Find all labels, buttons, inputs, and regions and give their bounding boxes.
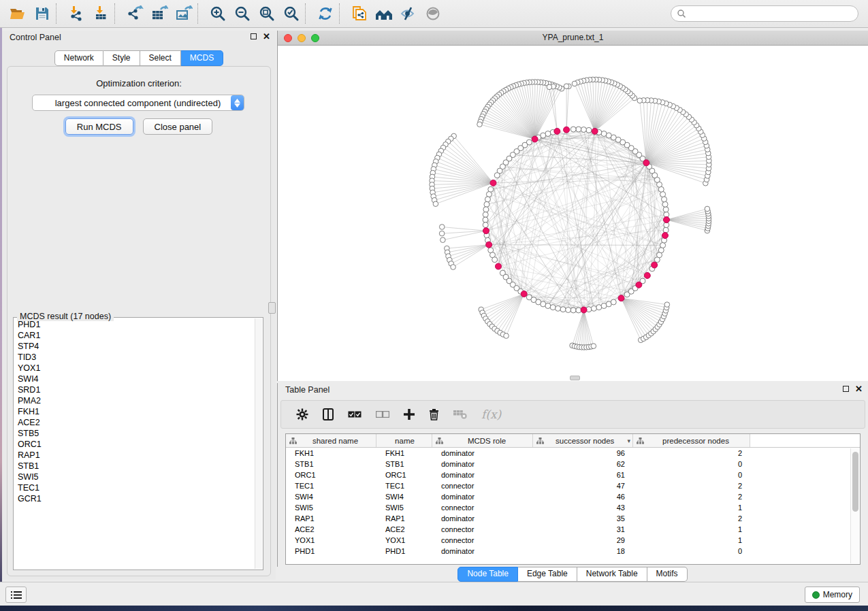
tab-network[interactable]: Network	[54, 50, 103, 66]
search-input[interactable]	[686, 7, 858, 20]
window-maximize-icon[interactable]	[311, 34, 319, 42]
table-row[interactable]: TEC1TEC1connector472	[286, 480, 860, 491]
zoom-selected-icon[interactable]	[279, 2, 304, 25]
network-window: YPA_prune.txt_1	[277, 31, 868, 381]
window-minimize-icon[interactable]	[298, 34, 306, 42]
criterion-select[interactable]: largest connected component (undirected)	[32, 95, 244, 111]
table-row[interactable]: SWI5SWI5connector431	[286, 502, 860, 513]
table-row[interactable]: ORC1ORC1dominator610	[286, 469, 860, 480]
table-scrollbar[interactable]	[850, 448, 859, 563]
mcds-result-item[interactable]: CAR1	[14, 330, 254, 341]
tab-style[interactable]: Style	[103, 50, 140, 66]
window-close-icon[interactable]	[284, 34, 292, 42]
mcds-tab-content: Optimization criterion: largest connecte…	[7, 66, 271, 576]
show-hidden-icon[interactable]	[421, 2, 445, 25]
mcds-result-item[interactable]: STP4	[14, 341, 254, 352]
toolbar-separator	[305, 3, 310, 24]
save-session-icon[interactable]	[30, 2, 54, 25]
mcds-result-item[interactable]: STB1	[14, 461, 254, 472]
close-panel-icon[interactable]: ✕	[263, 33, 270, 39]
panel-splitter-grip[interactable]	[268, 302, 276, 314]
task-history-button[interactable]	[5, 587, 27, 603]
memory-status-icon	[812, 591, 820, 599]
search-box[interactable]	[671, 5, 858, 22]
import-network-icon[interactable]	[64, 2, 89, 25]
table-row[interactable]: YOX1YOX1connector291	[286, 535, 860, 546]
column-header-predecessor-nodes[interactable]: predecessor nodes	[633, 434, 750, 447]
tree-icon	[436, 437, 443, 444]
table-tab-motifs[interactable]: Motifs	[647, 567, 688, 582]
table-row[interactable]: RAP1RAP1dominator352	[286, 513, 860, 524]
delete-table-icon[interactable]	[453, 410, 467, 419]
mcds-result-item[interactable]: ORC1	[14, 439, 254, 450]
hide-selected-icon[interactable]	[396, 2, 421, 25]
show-column-panel-icon[interactable]	[323, 408, 334, 420]
table-settings-gear-icon[interactable]	[296, 408, 308, 420]
delete-column-trash-icon[interactable]	[429, 408, 439, 420]
mcds-result-item[interactable]: YOX1	[14, 363, 254, 374]
first-neighbors-icon[interactable]	[372, 2, 396, 25]
table-row[interactable]: PHD1PHD1dominator180	[286, 546, 860, 557]
apply-layout-icon[interactable]	[313, 2, 338, 25]
mcds-result-item[interactable]: PMA2	[14, 395, 254, 406]
mcds-result-item[interactable]: RAP1	[14, 450, 254, 461]
float-panel-icon[interactable]	[251, 33, 257, 39]
mcds-result-item[interactable]: STB5	[14, 428, 254, 439]
search-icon	[677, 9, 686, 18]
mcds-list-scrollbar[interactable]	[255, 318, 262, 569]
function-builder-icon[interactable]: f(x)	[481, 408, 501, 421]
mcds-result-item[interactable]: SRD1	[14, 384, 254, 395]
network-canvas[interactable]	[278, 46, 868, 381]
import-table-icon[interactable]	[89, 2, 113, 25]
table-row[interactable]: FKH1FKH1dominator962	[286, 448, 860, 459]
column-header-name[interactable]: name	[376, 434, 432, 447]
mcds-result-item[interactable]: TEC1	[14, 482, 254, 493]
mcds-result-item[interactable]: TID3	[14, 352, 254, 363]
mcds-result-item[interactable]: PHD1	[14, 319, 254, 330]
status-bar: Memory	[0, 582, 868, 606]
tab-select[interactable]: Select	[140, 50, 181, 66]
column-header-MCDS-role[interactable]: MCDS role	[432, 434, 533, 447]
export-image-icon[interactable]	[172, 2, 196, 25]
run-mcds-button[interactable]: Run MCDS	[65, 118, 133, 135]
canvas-splitter-grip[interactable]	[570, 376, 580, 380]
table-tab-network-table[interactable]: Network Table	[577, 567, 647, 582]
network-graph[interactable]	[278, 46, 867, 380]
column-header-successor-nodes[interactable]: successor nodes▾	[533, 434, 633, 447]
control-panel-title: Control Panel	[10, 33, 61, 42]
table-row[interactable]: STB1STB1dominator620	[286, 459, 860, 469]
export-network-icon[interactable]	[123, 2, 147, 25]
zoom-in-icon[interactable]	[206, 2, 230, 25]
mcds-result-item[interactable]: SWI5	[14, 472, 254, 482]
node-table[interactable]: shared namenameMCDS rolesuccessor nodes▾…	[285, 433, 861, 565]
control-panel: Control Panel ✕ NetworkStyleSelectMCDS O…	[2, 31, 276, 580]
table-tab-node-table[interactable]: Node Table	[457, 567, 518, 582]
zoom-out-icon[interactable]	[230, 2, 255, 25]
mcds-result-item[interactable]: GCR1	[14, 493, 254, 504]
deselect-all-columns-icon[interactable]	[376, 411, 389, 418]
mcds-result-groupbox: MCDS result (17 nodes) PHD1CAR1STP4TID3Y…	[13, 317, 263, 570]
open-session-icon[interactable]	[5, 2, 30, 25]
float-table-panel-icon[interactable]	[843, 386, 849, 392]
table-row[interactable]: SWI4SWI4dominator462	[286, 491, 860, 502]
mcds-result-list[interactable]: PHD1CAR1STP4TID3YOX1SWI4SRD1PMA2FKH1ACE2…	[14, 319, 254, 569]
tab-mcds[interactable]: MCDS	[181, 50, 223, 66]
create-column-icon[interactable]	[404, 409, 415, 420]
control-panel-tabs: NetworkStyleSelectMCDS	[2, 50, 276, 66]
select-all-columns-icon[interactable]	[348, 411, 361, 418]
close-table-panel-icon[interactable]: ✕	[855, 386, 863, 392]
new-network-from-selection-icon[interactable]	[347, 2, 372, 25]
column-header-shared-name[interactable]: shared name	[286, 434, 376, 447]
optimization-criterion-label: Optimization criterion:	[7, 78, 270, 88]
table-row[interactable]: ACE2ACE2connector311	[286, 524, 860, 535]
table-scrollbar-thumb[interactable]	[852, 452, 858, 512]
table-tab-edge-table[interactable]: Edge Table	[518, 567, 577, 582]
memory-button[interactable]: Memory	[805, 587, 860, 603]
network-titlebar[interactable]: YPA_prune.txt_1	[278, 31, 868, 46]
mcds-result-item[interactable]: ACE2	[14, 417, 254, 428]
mcds-result-item[interactable]: SWI4	[14, 374, 254, 384]
close-panel-button[interactable]: Close panel	[143, 118, 213, 135]
zoom-fit-icon[interactable]	[255, 2, 279, 25]
mcds-result-item[interactable]: FKH1	[14, 406, 254, 417]
export-table-icon[interactable]	[147, 2, 172, 25]
